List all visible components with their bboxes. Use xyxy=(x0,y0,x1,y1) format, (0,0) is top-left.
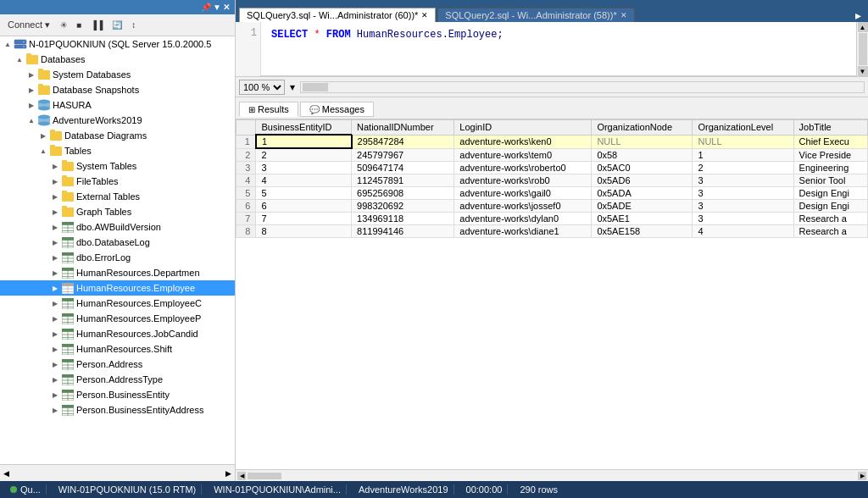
results-h-scrollbar[interactable]: ◀ ▶ xyxy=(236,469,868,481)
results-scroll-left[interactable]: ◀ xyxy=(237,472,246,480)
tree-node-tables[interactable]: ▲ Tables xyxy=(0,143,235,158)
h-scrollbar-thumb[interactable] xyxy=(303,83,328,91)
results-scroll-right[interactable]: ▶ xyxy=(858,472,866,480)
col-header-nationalidnumber[interactable]: NationalIDNumber xyxy=(352,120,454,136)
new-query-button[interactable]: ✳ xyxy=(57,19,70,31)
databases-folder-icon xyxy=(25,53,39,66)
scroll-right-btn[interactable]: ▶ xyxy=(225,469,231,478)
svg-point-9 xyxy=(38,122,50,126)
line-number-1: 1 xyxy=(239,27,257,39)
results-scroll-thumb[interactable] xyxy=(248,473,281,479)
tree-node-adventureworks[interactable]: ▲ AdventureWorks2019 xyxy=(0,113,235,128)
cell-nationalidnumber: 998320692 xyxy=(352,200,454,213)
tab-query2[interactable]: SQLQuery2.sql - Wi...Administrator (58))… xyxy=(437,8,634,22)
results-tab-messages[interactable]: 💬 Messages xyxy=(300,102,374,117)
tree-node-awbuildversion[interactable]: ▶ dbo.AWBuildVersion xyxy=(0,219,235,235)
connect-button[interactable]: Connect ▾ xyxy=(3,19,54,31)
h-scrollbar[interactable] xyxy=(300,81,865,93)
cell-nationalidnumber: 811994146 xyxy=(352,225,454,238)
tree-node-system-db[interactable]: ▶ System Databases xyxy=(0,67,235,82)
cell-businessentityid: 3 xyxy=(256,162,352,174)
hasura-db-icon xyxy=(37,98,51,112)
tree-node-hr-shift[interactable]: ▶ HumanResources.Shift xyxy=(0,341,235,357)
stop-button[interactable]: ■ xyxy=(73,19,85,31)
results-table-container[interactable]: BusinessEntityID NationalIDNumber LoginI… xyxy=(236,119,868,469)
awbuildversion-label: dbo.AWBuildVersion xyxy=(76,222,161,232)
float-icon[interactable]: ▼ xyxy=(213,3,221,12)
col-header-organizationnode[interactable]: OrganizationNode xyxy=(592,120,693,136)
scrollbar-up[interactable]: ▲ xyxy=(858,22,868,32)
system-tables-icon xyxy=(61,159,75,173)
hr-department-label: HumanResources.Departmen xyxy=(76,268,200,278)
tree-node-hr-jobcandid[interactable]: ▶ HumanResources.JobCandid xyxy=(0,326,235,341)
tab-query3[interactable]: SQLQuery3.sql - Wi...Administrator (60))… xyxy=(239,8,436,22)
col-header-rownum xyxy=(236,120,256,136)
col-header-organizationlevel[interactable]: OrganizationLevel xyxy=(693,120,793,136)
expander-person-businessentity: ▶ xyxy=(49,391,61,399)
tree-node-hr-department[interactable]: ▶ HumanResources.Departmen xyxy=(0,265,235,280)
editor-scrollbar[interactable]: ▲ ▼ xyxy=(856,22,868,76)
cell-organizationnode: NULL xyxy=(592,135,693,148)
adventureworks-label: AdventureWorks2019 xyxy=(53,115,142,125)
tree-node-hr-employeec[interactable]: ▶ HumanResources.EmployeeC xyxy=(0,296,235,311)
tree-node-external-tables[interactable]: ▶ External Tables xyxy=(0,189,235,204)
tree-node-hr-employee[interactable]: ▶ HumanResources.Employee xyxy=(0,280,235,296)
tree-node-person-addresstype[interactable]: ▶ Person.AddressType xyxy=(0,372,235,387)
panel-header-controls: 📌 ▼ ✕ xyxy=(201,3,230,12)
tab-query2-close[interactable]: ✕ xyxy=(620,11,627,19)
table-row: 44112457891adventure-works\rob00x5AD63Se… xyxy=(236,174,868,187)
tree-node-person-businessentity[interactable]: ▶ Person.BusinessEntity xyxy=(0,387,235,402)
tree-node-databases[interactable]: ▲ Databases xyxy=(0,52,235,67)
cell-loginid: adventure-works\tem0 xyxy=(454,148,592,162)
hr-employeep-icon xyxy=(61,312,75,325)
tree-node-errorlog[interactable]: ▶ dbo.ErrorLog xyxy=(0,250,235,265)
person-businessentityaddress-label: Person.BusinessEntityAddress xyxy=(76,405,203,415)
col-header-loginid[interactable]: LoginID xyxy=(454,120,592,136)
cell-jobtitle: Vice Preside xyxy=(793,148,867,162)
object-explorer-panel: 📌 ▼ ✕ Connect ▾ ✳ ■ ▐▐ 🔄 ↕ ▲ xyxy=(0,0,236,481)
cell-organizationlevel: 3 xyxy=(693,187,793,200)
tree-node-databaselog[interactable]: ▶ dbo.DatabaseLog xyxy=(0,235,235,250)
scrollbar-down[interactable]: ▼ xyxy=(858,66,868,76)
refresh-button[interactable]: 🔄 xyxy=(108,19,125,31)
table-row: 22245797967adventure-works\tem00x581Vice… xyxy=(236,148,868,162)
hr-department-icon xyxy=(61,266,75,279)
hr-employeec-icon xyxy=(61,296,75,310)
tree-node-hr-employeep[interactable]: ▶ HumanResources.EmployeeP xyxy=(0,311,235,326)
close-icon[interactable]: ✕ xyxy=(223,3,230,12)
tree-node-server[interactable]: ▲ N-01PQUOKNIUN (SQL Server 15.0.2000.5 xyxy=(0,36,235,52)
cell-organizationnode: 0x5AE1 xyxy=(592,213,693,225)
results-scroll-track[interactable] xyxy=(248,473,856,479)
col-header-businessentityid[interactable]: BusinessEntityID xyxy=(256,120,352,136)
cell-nationalidnumber: 245797967 xyxy=(352,148,454,162)
pause-button[interactable]: ▐▐ xyxy=(87,19,106,31)
hasura-label: HASURA xyxy=(53,100,92,110)
tree-node-person-address[interactable]: ▶ Person.Address xyxy=(0,357,235,372)
tree-node-graph-tables[interactable]: ▶ Graph Tables xyxy=(0,204,235,219)
tree-node-system-tables[interactable]: ▶ System Tables xyxy=(0,158,235,174)
tree-node-hasura[interactable]: ▶ HASURA xyxy=(0,97,235,113)
cell-organizationlevel: 3 xyxy=(693,213,793,225)
tree-node-file-tables[interactable]: ▶ FileTables xyxy=(0,174,235,189)
table-row: 88811994146adventure-works\diane10x5AE15… xyxy=(236,225,868,238)
tab-query3-close[interactable]: ✕ xyxy=(421,11,428,19)
tree-node-db-snapshots[interactable]: ▶ Database Snapshots xyxy=(0,82,235,97)
sql-table-name: HumanResources.Employee; xyxy=(357,29,504,41)
filter-button[interactable]: ↕ xyxy=(128,19,139,31)
messages-tab-label: Messages xyxy=(322,104,364,114)
object-tree[interactable]: ▲ N-01PQUOKNIUN (SQL Server 15.0.2000.5 … xyxy=(0,36,235,464)
db-snapshots-label: Database Snapshots xyxy=(53,85,139,95)
col-header-jobtitle[interactable]: JobTitle xyxy=(793,120,867,136)
scroll-left-btn[interactable]: ◀ xyxy=(3,469,9,478)
tree-node-person-businessentityaddress[interactable]: ▶ Person.BusinessEntityAddress xyxy=(0,402,235,418)
new-tab-button[interactable]: ▸ xyxy=(852,8,865,22)
tree-node-db-diagrams[interactable]: ▶ Database Diagrams xyxy=(0,128,235,143)
tab-query2-label: SQLQuery2.sql - Wi...Administrator (58))… xyxy=(445,10,616,20)
zoom-select[interactable]: 100 % 75 % 125 % xyxy=(239,80,285,95)
results-tab-results[interactable]: ⊞ Results xyxy=(239,102,298,117)
sql-keyword-select: SELECT xyxy=(271,29,308,41)
cell-nationalidnumber: 695256908 xyxy=(352,187,454,200)
query-editor[interactable]: SELECT * FROM HumanResources.Employee; xyxy=(261,22,856,76)
scrollbar-thumb[interactable] xyxy=(859,33,867,65)
pin-icon[interactable]: 📌 xyxy=(201,3,211,12)
